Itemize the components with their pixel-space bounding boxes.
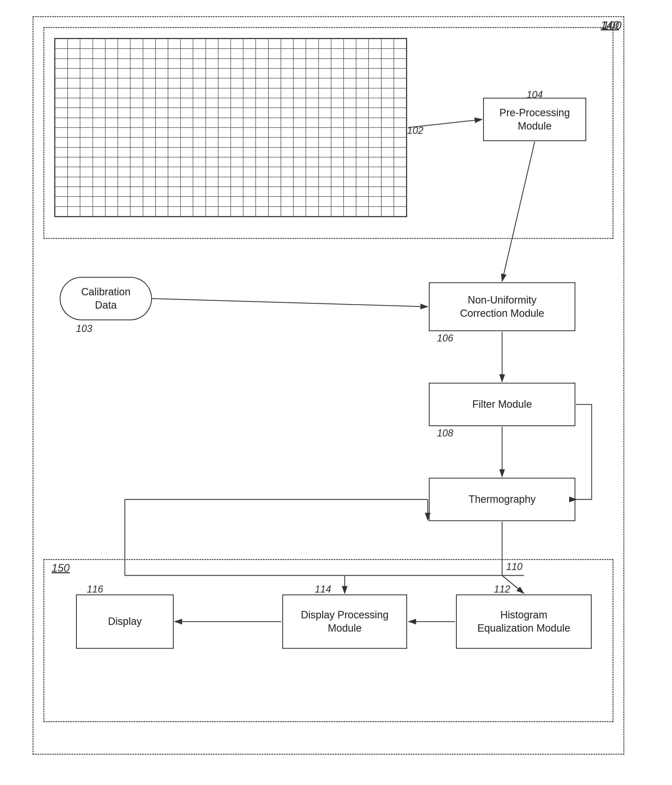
grid-cell: [256, 187, 268, 197]
display-text: Display: [108, 615, 142, 628]
display-processing-box: Display Processing Module: [282, 594, 407, 649]
grid-cell: [193, 88, 205, 98]
grid-cell: [294, 138, 306, 147]
grid-cell: [243, 69, 256, 78]
grid-cell: [67, 157, 80, 167]
grid-cell: [206, 59, 218, 69]
grid-cell: [256, 128, 268, 138]
grid-cell: [105, 39, 118, 48]
grid-cell: [231, 98, 243, 108]
grid-cell: [180, 98, 193, 108]
grid-cell: [356, 78, 369, 88]
grid-cell: [130, 167, 143, 177]
grid-cell: [281, 206, 294, 216]
grid-cell: [80, 206, 92, 216]
grid-cell: [118, 206, 130, 216]
grid-cell: [331, 187, 344, 197]
grid-cell: [356, 197, 369, 206]
grid-cell: [356, 147, 369, 157]
grid-cell: [369, 69, 381, 78]
grid-cell: [67, 108, 80, 117]
grid-cell: [118, 39, 130, 48]
grid-cell: [394, 98, 406, 108]
grid-cell: [55, 187, 67, 197]
grid-cell: [356, 48, 369, 58]
grid-cell: [67, 138, 80, 147]
grid-cell: [331, 108, 344, 117]
grid-cell: [218, 88, 231, 98]
grid-cell: [331, 147, 344, 157]
grid-cell: [381, 128, 394, 138]
grid-cell: [80, 108, 92, 117]
grid-cell: [93, 98, 105, 108]
grid-cell: [269, 206, 281, 216]
grid-cell: [294, 69, 306, 78]
grid-cell: [193, 128, 205, 138]
grid-cell: [344, 197, 356, 206]
grid-cell: [381, 88, 394, 98]
grid-cell: [294, 167, 306, 177]
grid-cell: [55, 147, 67, 157]
grid-cell: [331, 206, 344, 216]
grid-cell: [331, 39, 344, 48]
grid-cell: [281, 197, 294, 206]
grid-cell: [344, 157, 356, 167]
grid-cell: [93, 167, 105, 177]
grid-cell: [143, 69, 156, 78]
grid-cell: [143, 138, 156, 147]
grid-cell: [243, 59, 256, 69]
grid-cell: [80, 128, 92, 138]
grid-cell: [269, 187, 281, 197]
grid-cell: [269, 48, 281, 58]
grid-cell: [156, 88, 168, 98]
grid-cell: [369, 138, 381, 147]
grid-cell: [105, 157, 118, 167]
grid-cell: [180, 187, 193, 197]
grid-cell: [130, 206, 143, 216]
grid-cell: [269, 177, 281, 187]
grid-cell: [55, 118, 67, 128]
grid-cell: [193, 187, 205, 197]
grid-cell: [381, 108, 394, 117]
grid-cell: [218, 177, 231, 187]
grid-cell: [156, 138, 168, 147]
grid-cell: [281, 39, 294, 48]
grid-cell: [331, 98, 344, 108]
grid-cell: [180, 108, 193, 117]
grid-cell: [281, 59, 294, 69]
grid-cell: [143, 39, 156, 48]
grid-cell: [243, 128, 256, 138]
grid-cell: [193, 157, 205, 167]
grid-cell: [55, 197, 67, 206]
grid-cell: [231, 197, 243, 206]
grid-cell: [231, 48, 243, 58]
grid-cell: [369, 187, 381, 197]
grid-cell: [394, 197, 406, 206]
grid-cell: [319, 167, 331, 177]
grid-cell: [105, 197, 118, 206]
grid-cell: [269, 147, 281, 157]
grid-cell: [143, 206, 156, 216]
grid-cell: [206, 157, 218, 167]
grid-cell: [381, 98, 394, 108]
grid-cell: [156, 157, 168, 167]
grid-cell: [231, 118, 243, 128]
grid-cell: [143, 108, 156, 117]
grid-cell: [218, 206, 231, 216]
grid-cell: [130, 138, 143, 147]
grid-cell: [281, 88, 294, 98]
grid-cell: [105, 88, 118, 98]
grid-cell: [394, 39, 406, 48]
grid-cell: [206, 69, 218, 78]
grid-cell: [331, 69, 344, 78]
grid-cell: [206, 197, 218, 206]
grid-cell: [294, 108, 306, 117]
grid-cell: [356, 167, 369, 177]
grid-cell: [130, 88, 143, 98]
grid-cell: [394, 48, 406, 58]
grid-cell: [306, 128, 318, 138]
grid-cell: [105, 118, 118, 128]
grid-cell: [156, 69, 168, 78]
grid-cell: [356, 138, 369, 147]
grid-cell: [218, 147, 231, 157]
